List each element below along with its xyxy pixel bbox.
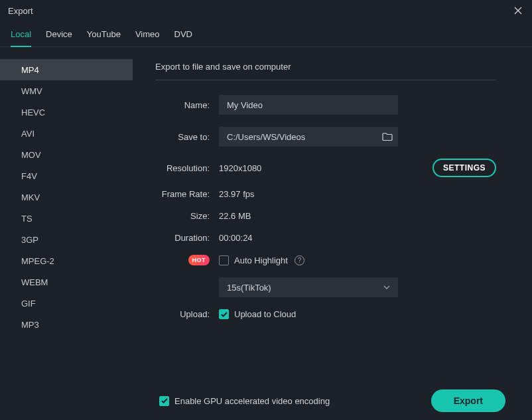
size-label: Size:: [155, 211, 219, 221]
tab-vimeo[interactable]: Vimeo: [135, 24, 160, 46]
gpu-checkbox[interactable]: [159, 396, 169, 406]
upload-checkbox-label: Upload to Cloud: [234, 309, 296, 319]
format-item-gif[interactable]: GIF: [0, 293, 133, 314]
format-sidebar: MP4 WMV HEVC AVI MOV F4V MKV TS 3GP MPEG…: [0, 47, 133, 381]
auto-highlight-label: Auto Highlight: [234, 255, 288, 265]
duration-value: 00:00:24: [219, 233, 253, 243]
frame-rate-label: Frame Rate:: [155, 189, 219, 199]
close-icon[interactable]: [512, 5, 524, 17]
upload-label: Upload:: [155, 309, 219, 319]
help-icon[interactable]: ?: [295, 255, 304, 265]
format-item-mkv[interactable]: MKV: [0, 186, 133, 208]
format-item-wmv[interactable]: WMV: [0, 80, 133, 102]
auto-highlight-checkbox[interactable]: [219, 255, 229, 265]
format-item-avi[interactable]: AVI: [0, 123, 133, 144]
gpu-label: Enable GPU accelerated video encoding: [174, 396, 330, 406]
format-item-webm[interactable]: WEBM: [0, 271, 133, 293]
highlight-preset-value: 15s(TikTok): [227, 283, 271, 293]
save-to-input[interactable]: [219, 127, 398, 147]
settings-button[interactable]: SETTINGS: [432, 159, 496, 177]
export-button[interactable]: Export: [431, 389, 505, 412]
resolution-value: 1920x1080: [219, 163, 261, 173]
format-item-ts[interactable]: TS: [0, 208, 133, 229]
tab-local[interactable]: Local: [11, 24, 31, 47]
chevron-down-icon: [383, 285, 390, 289]
name-label: Name:: [155, 100, 219, 110]
upload-checkbox[interactable]: [219, 309, 229, 319]
resolution-label: Resolution:: [155, 163, 219, 173]
window-title: Export: [8, 6, 33, 16]
tab-device[interactable]: Device: [46, 24, 72, 46]
name-input[interactable]: [219, 95, 398, 115]
format-item-mpeg2[interactable]: MPEG-2: [0, 250, 133, 271]
highlight-preset-select[interactable]: 15s(TikTok): [219, 277, 398, 297]
format-item-mp3[interactable]: MP3: [0, 314, 133, 335]
format-item-mov[interactable]: MOV: [0, 144, 133, 165]
footer: Enable GPU accelerated video encoding Ex…: [0, 382, 532, 420]
hot-badge: HOT: [188, 255, 210, 265]
format-item-f4v[interactable]: F4V: [0, 165, 133, 186]
frame-rate-value: 23.97 fps: [219, 189, 255, 199]
export-settings-panel: Export to file and save on computer Name…: [133, 47, 532, 381]
tab-youtube[interactable]: YouTube: [87, 24, 121, 46]
format-item-3gp[interactable]: 3GP: [0, 229, 133, 250]
duration-label: Duration:: [155, 233, 219, 243]
format-item-hevc[interactable]: HEVC: [0, 102, 133, 123]
save-to-label: Save to:: [155, 132, 219, 142]
section-title: Export to file and save on computer: [155, 62, 496, 80]
titlebar: Export: [0, 0, 532, 21]
size-value: 22.6 MB: [219, 211, 251, 221]
format-item-mp4[interactable]: MP4: [0, 59, 133, 80]
folder-icon[interactable]: [382, 133, 393, 141]
tabs: Local Device YouTube Vimeo DVD: [0, 21, 532, 47]
tab-dvd[interactable]: DVD: [174, 24, 192, 46]
